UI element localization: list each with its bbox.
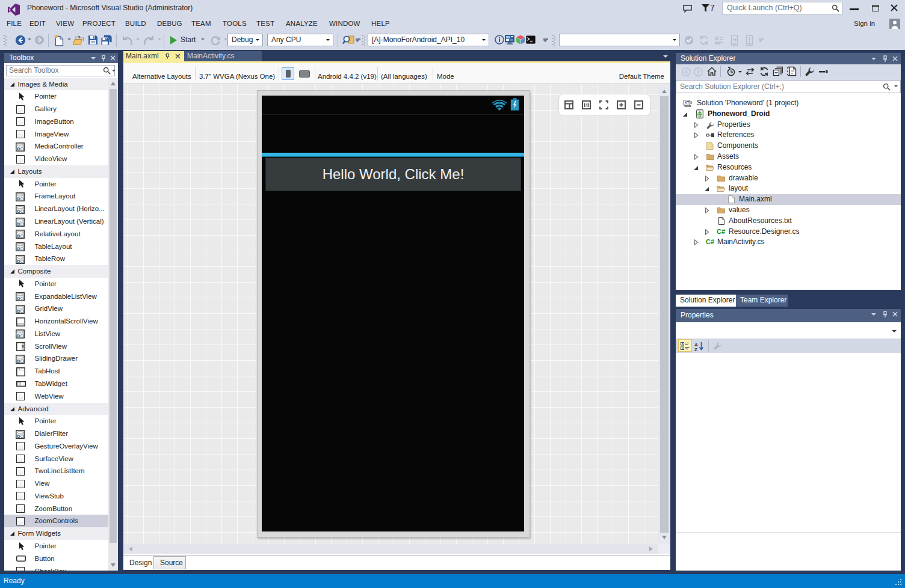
svg-text:Z: Z <box>694 347 697 351</box>
